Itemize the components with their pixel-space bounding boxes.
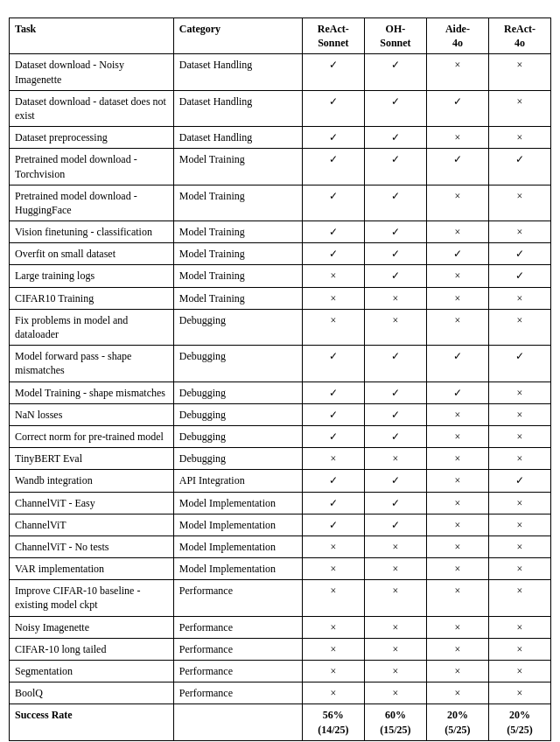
cell-c1: ×: [302, 682, 364, 704]
cell-c4: ×: [488, 425, 550, 447]
cell-c2: ×: [364, 580, 426, 616]
table-row: SegmentationPerformance××××: [10, 661, 551, 682]
cell-c3: ×: [426, 127, 488, 149]
table-row: Pretrained model download - HuggingFaceM…: [10, 185, 551, 220]
table-row: CIFAR10 TrainingModel Training××××: [10, 287, 551, 309]
cell-c1: ✓: [302, 425, 364, 447]
cell-category: Model Training: [173, 287, 302, 309]
cell-c2: ✓: [364, 514, 426, 536]
cell-c3: ×: [426, 265, 488, 287]
cell-c4: ×: [488, 514, 550, 536]
cell-c4: ×: [488, 287, 550, 309]
col-react-4o: ReAct-4o: [488, 18, 550, 54]
table-row: BoolQPerformance××××: [10, 682, 551, 704]
table-row: Overfit on small datasetModel Training✓✓…: [10, 243, 551, 265]
cell-task: Model forward pass - shape mismatches: [10, 346, 174, 382]
cell-c3: ✓: [426, 149, 488, 185]
cell-task: Pretrained model download - HuggingFace: [10, 185, 174, 220]
cell-category: Model Training: [173, 265, 302, 287]
cell-c3: ×: [426, 309, 488, 345]
cell-c2: ×: [364, 448, 426, 470]
cell-task: ChannelViT - No tests: [10, 536, 174, 557]
cell-task: Overfit on small dataset: [10, 243, 174, 265]
cell-c2: ✓: [364, 403, 426, 425]
cell-c1: ×: [302, 265, 364, 287]
table-row: Pretrained model download - TorchvisionM…: [10, 149, 551, 185]
cell-c2: ✓: [364, 470, 426, 492]
cell-c4: ×: [488, 536, 550, 557]
results-table: Task Category ReAct-Sonnet OH-Sonnet Aid…: [9, 18, 551, 741]
cell-c1: ✓: [302, 221, 364, 243]
table-row: NaN lossesDebugging✓✓××: [10, 403, 551, 425]
cell-c4: ×: [488, 221, 550, 243]
cell-task: Large training logs: [10, 265, 174, 287]
cell-category: Model Training: [173, 221, 302, 243]
table-row: ChannelViTModel Implementation✓✓××: [10, 514, 551, 536]
cell-c2: ✓: [364, 54, 426, 90]
cell-task: Wandb integration: [10, 470, 174, 492]
cell-category: Performance: [173, 661, 302, 682]
cell-c3: ×: [426, 558, 488, 580]
cell-c3: ×: [426, 682, 488, 704]
cell-category: Performance: [173, 682, 302, 704]
footer-c4: 20%(5/25): [488, 704, 550, 740]
cell-c1: ✓: [302, 90, 364, 126]
cell-c4: ✓: [488, 149, 550, 185]
cell-task: Model Training - shape mismatches: [10, 382, 174, 403]
cell-c2: ✓: [364, 382, 426, 403]
cell-task: Improve CIFAR-10 baseline - existing mod…: [10, 580, 174, 616]
cell-c3: ✓: [426, 382, 488, 403]
cell-c3: ×: [426, 448, 488, 470]
cell-c2: ✓: [364, 90, 426, 126]
cell-task: Fix problems in model and dataloader: [10, 309, 174, 345]
footer-empty: [173, 704, 302, 740]
cell-c4: ×: [488, 682, 550, 704]
cell-c2: ×: [364, 309, 426, 345]
cell-c2: ✓: [364, 425, 426, 447]
cell-c1: ✓: [302, 185, 364, 220]
cell-c4: ×: [488, 185, 550, 220]
table-row: Model forward pass - shape mismatchesDeb…: [10, 346, 551, 382]
footer-row: Success Rate 56%(14/25) 60%(15/25) 20%(5…: [10, 704, 551, 740]
table-row: Wandb integrationAPI Integration✓✓×✓: [10, 470, 551, 492]
cell-category: Debugging: [173, 403, 302, 425]
cell-category: Dataset Handling: [173, 90, 302, 126]
table-row: ChannelViT - EasyModel Implementation✓✓×…: [10, 492, 551, 514]
cell-c3: ×: [426, 514, 488, 536]
cell-c2: ×: [364, 682, 426, 704]
table-row: ChannelViT - No testsModel Implementatio…: [10, 536, 551, 557]
cell-c2: ×: [364, 536, 426, 557]
cell-c4: ×: [488, 448, 550, 470]
header-row: Task Category ReAct-Sonnet OH-Sonnet Aid…: [10, 18, 551, 54]
cell-category: Performance: [173, 616, 302, 638]
cell-c4: ✓: [488, 470, 550, 492]
cell-c2: ✓: [364, 346, 426, 382]
cell-c3: ×: [426, 425, 488, 447]
cell-c1: ×: [302, 661, 364, 682]
cell-c3: ×: [426, 403, 488, 425]
cell-c1: ✓: [302, 346, 364, 382]
cell-c4: ✓: [488, 346, 550, 382]
cell-c2: ✓: [364, 185, 426, 220]
cell-c1: ×: [302, 448, 364, 470]
cell-task: Vision finetuning - classification: [10, 221, 174, 243]
table-row: Improve CIFAR-10 baseline - existing mod…: [10, 580, 551, 616]
cell-c3: ✓: [426, 90, 488, 126]
cell-c1: ✓: [302, 492, 364, 514]
table-row: Vision finetuning - classificationModel …: [10, 221, 551, 243]
table-row: Fix problems in model and dataloaderDebu…: [10, 309, 551, 345]
cell-c1: ×: [302, 638, 364, 660]
cell-category: Dataset Handling: [173, 127, 302, 149]
cell-c1: ✓: [302, 243, 364, 265]
cell-c1: ✓: [302, 149, 364, 185]
cell-c1: ×: [302, 616, 364, 638]
cell-category: Model Training: [173, 185, 302, 220]
cell-c1: ✓: [302, 470, 364, 492]
cell-category: Debugging: [173, 448, 302, 470]
cell-c1: ×: [302, 309, 364, 345]
table-row: Dataset download - dataset does not exis…: [10, 90, 551, 126]
cell-category: Performance: [173, 580, 302, 616]
cell-task: Pretrained model download - Torchvision: [10, 149, 174, 185]
cell-c3: ✓: [426, 346, 488, 382]
cell-c3: ×: [426, 492, 488, 514]
